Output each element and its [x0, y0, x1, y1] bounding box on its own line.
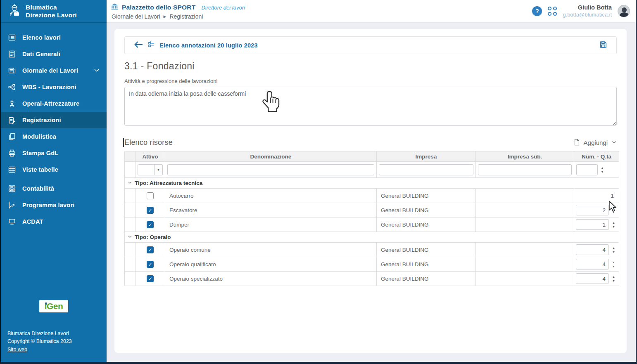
- resource-subcompany: [476, 217, 574, 232]
- page-title: 3.1 - Fondazioni: [124, 61, 617, 72]
- apps-grid-icon[interactable]: [548, 7, 557, 16]
- sidebar-item-acdat[interactable]: ACDAT: [1, 213, 107, 230]
- spinner-down-icon: ▼: [612, 265, 615, 268]
- sidebar-item-giornale-dei-lavori[interactable]: Giornale dei Lavori: [1, 62, 107, 79]
- sidebar-item-label: Giornale dei Lavori: [22, 67, 78, 74]
- resource-qty-cell: ▲▼: [574, 203, 619, 217]
- resource-subcompany: [476, 257, 574, 272]
- qty-input[interactable]: [576, 244, 609, 255]
- content-card: Elenco annotazioni 20 luglio 2023 3.1 - …: [114, 29, 627, 353]
- table-icon: [7, 165, 17, 174]
- chevron-down-icon[interactable]: [126, 180, 133, 185]
- qty-filter-input[interactable]: [576, 164, 598, 175]
- denominazione-filter-input[interactable]: [167, 164, 374, 175]
- sidebar-item-modulistica[interactable]: Modulistica: [1, 128, 107, 145]
- active-checkbox[interactable]: ✓: [147, 246, 154, 253]
- resource-name: Dumper: [165, 217, 377, 232]
- table-row: AutocarroGeneral BUILDING1: [125, 189, 619, 203]
- qty-spinner[interactable]: ▲▼: [610, 219, 617, 230]
- sidebar-item-dati-generali[interactable]: Dati Generali: [1, 46, 107, 62]
- qty-spinner[interactable]: ▲▼: [610, 273, 617, 284]
- avatar[interactable]: [618, 5, 630, 17]
- impresa-filter-input[interactable]: [379, 164, 473, 175]
- col-expander: [125, 151, 135, 162]
- sidebar-footer: iGen Blumatica Direzione Lavori Copyrigh…: [1, 300, 107, 362]
- sidebar-item-wbs-lavorazioni[interactable]: WBS - Lavorazioni: [1, 79, 107, 95]
- col-denominazione[interactable]: Denominazione: [165, 151, 377, 162]
- chevron-down-icon[interactable]: [126, 234, 133, 239]
- annotation-list-title[interactable]: Elenco annotazioni 20 luglio 2023: [159, 42, 258, 49]
- save-button[interactable]: [599, 40, 607, 50]
- col-impresa-sub[interactable]: Impresa sub.: [476, 151, 574, 162]
- chevron-down-icon: ▼: [154, 165, 162, 175]
- annotation-list-icon: [148, 41, 154, 50]
- active-checkbox[interactable]: ✓: [147, 221, 154, 228]
- resource-subcompany: [476, 243, 574, 257]
- group-row: Tipo: Operaio: [125, 232, 619, 243]
- group-label: Tipo: Operaio: [135, 234, 171, 240]
- chevron-down-icon[interactable]: [93, 67, 100, 75]
- sidebar-item-registrazioni[interactable]: Registrazioni: [1, 112, 107, 128]
- sidebar-item-label: Viste tabelle: [22, 166, 58, 173]
- monitor-icon: [7, 217, 17, 226]
- resources-title: Elenco risorse: [124, 138, 173, 147]
- project-name[interactable]: Palazzetto dello SPORT: [122, 4, 195, 11]
- qty-spinner[interactable]: ▲▼: [610, 259, 617, 269]
- spinner-up-icon: ▲: [612, 221, 615, 224]
- resource-qty-cell: ▲▼: [574, 257, 619, 272]
- col-num-qta[interactable]: Num. - Q.tà: [574, 151, 619, 162]
- col-attivo[interactable]: Attivo: [135, 151, 165, 162]
- qty-filter-spinner[interactable]: ▲▼: [599, 166, 606, 173]
- printer-icon: [7, 149, 17, 158]
- resource-company: General BUILDING: [377, 203, 476, 217]
- impresa-sub-filter-input[interactable]: [478, 164, 572, 175]
- row-expander-cell: [125, 203, 135, 217]
- sidebar-item-viste-tabelle[interactable]: Viste tabelle: [1, 161, 107, 178]
- active-checkbox[interactable]: [147, 192, 154, 199]
- resource-subcompany: [476, 272, 574, 286]
- breadcrumb-parent[interactable]: Giornale dei Lavori: [112, 13, 160, 20]
- resource-company: General BUILDING: [377, 257, 476, 272]
- row-expander-cell: [125, 189, 135, 203]
- resource-company: General BUILDING: [377, 243, 476, 257]
- back-arrow-button[interactable]: [134, 41, 143, 50]
- resource-qty-cell: ▲▼: [574, 272, 619, 286]
- spinner-down-icon: ▼: [601, 170, 604, 173]
- active-checkbox[interactable]: ✓: [147, 261, 154, 268]
- qty-input[interactable]: [576, 205, 609, 215]
- spinner-down-icon: ▼: [612, 279, 615, 282]
- sidebar-item-label: Dati Generali: [22, 51, 60, 57]
- row-expander-cell: [125, 272, 135, 286]
- qty-spinner[interactable]: ▲▼: [610, 244, 617, 255]
- sidebar-item-label: Operai-Attrezzature: [22, 100, 79, 107]
- row-expander-cell: [125, 217, 135, 232]
- col-impresa[interactable]: Impresa: [377, 151, 476, 162]
- sidebar-item-label: Programma lavori: [22, 202, 75, 208]
- sidebar-item-elenco-lavori[interactable]: Elenco lavori: [1, 29, 107, 46]
- breadcrumb-current: Registrazioni: [169, 13, 203, 20]
- brand-logo-icon: [7, 3, 21, 19]
- sidebar-item-stampa-gdl[interactable]: Stampa GdL: [1, 145, 107, 161]
- resource-name: Operaio specializzato: [165, 272, 377, 286]
- spinner-down-icon: ▼: [612, 225, 615, 228]
- qty-input[interactable]: [576, 273, 609, 284]
- add-resource-button[interactable]: Aggiungi: [574, 139, 617, 147]
- active-cell: ✓: [135, 203, 165, 217]
- sidebar-item-contabilita[interactable]: Contabilità: [1, 180, 107, 197]
- activity-textarea[interactable]: In data odierna inizia la posa delle cas…: [124, 87, 617, 126]
- attivo-filter-dropdown[interactable]: ▼: [138, 164, 163, 175]
- sito-web-link[interactable]: Sito web: [7, 347, 27, 352]
- active-cell: ✓: [135, 217, 165, 232]
- spinner-up-icon: ▲: [612, 207, 615, 210]
- active-checkbox[interactable]: ✓: [147, 275, 154, 282]
- qty-spinner[interactable]: ▲▼: [610, 205, 617, 215]
- active-checkbox[interactable]: ✓: [147, 207, 154, 214]
- spinner-down-icon: ▼: [612, 211, 615, 214]
- qty-input[interactable]: [576, 259, 609, 269]
- sidebar-item-operai-attrezzature[interactable]: Operai-Attrezzature: [1, 95, 107, 112]
- sidebar-item-programma-lavori[interactable]: Programma lavori: [1, 197, 107, 213]
- sidebar: Blumatica Direzione Lavori Elenco lavori…: [1, 0, 107, 362]
- resources-table: Attivo Denominazione Impresa Impresa sub…: [124, 151, 619, 286]
- qty-input[interactable]: [576, 219, 609, 230]
- help-button[interactable]: ?: [532, 6, 542, 16]
